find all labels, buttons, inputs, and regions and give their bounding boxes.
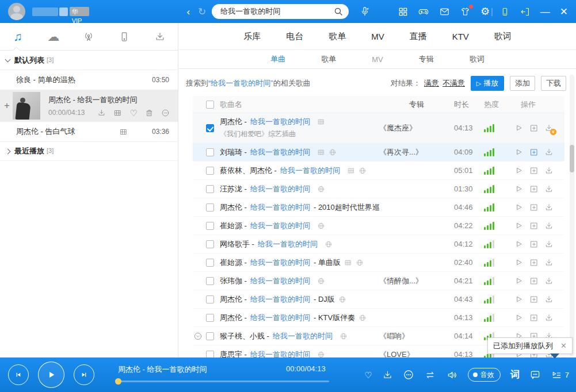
tab-mv[interactable]: MV [372,55,383,64]
artist-name[interactable]: 周杰伦 - [220,313,247,323]
mv-icon[interactable] [317,148,325,156]
row-download-icon[interactable]: ¥ [544,313,554,322]
song-name-link[interactable]: 给我一首歌的时间 [250,276,310,286]
row-add-icon[interactable] [529,221,539,230]
tab-device-icon[interactable] [106,23,142,50]
song-name-link[interactable]: 给我一首歌的时间 [250,294,310,305]
row-play-icon[interactable] [514,202,524,212]
table-row[interactable]: 崔始源 - 给我一首歌的时间 04:22 ¥ [193,217,564,235]
artist-name[interactable]: 刘瑞琦 - [220,147,247,157]
progress-knob[interactable] [115,378,121,385]
nav-library[interactable]: 乐库 [243,31,261,42]
scrollbar-thumb[interactable] [570,145,574,172]
table-row[interactable]: 崔始源 - 给我一首歌的时间 - 单曲版 02:40 ¥ [193,253,564,272]
tab-singles[interactable]: 单曲 [270,54,285,64]
artist-name[interactable]: 网络歌手 - [220,239,254,249]
add-button[interactable]: 添加 [510,76,535,91]
song-name-link[interactable]: 给我一首歌的时间 [250,313,310,323]
user-avatar[interactable] [8,3,25,20]
feedback-satisfied-link[interactable]: 满意 [424,78,439,89]
row-checkbox[interactable] [206,240,214,248]
album-name[interactable]: 《再次寻...》 [379,147,454,157]
song-name-link[interactable]: 给我一首歌的时间 [258,239,318,249]
volume-icon[interactable] [446,369,458,381]
mini-mode-icon[interactable] [520,6,531,17]
tab-local-music-icon[interactable]: ♫ [0,23,36,50]
tab-lyrics[interactable]: 歌词 [470,54,485,64]
mv-icon[interactable] [119,128,128,136]
favorite-heart-icon[interactable]: ♡ [129,109,137,117]
row-add-icon[interactable] [529,203,539,212]
row-add-icon[interactable] [529,276,539,286]
row-checkbox[interactable] [206,351,214,358]
song-name-link[interactable]: 给我一首歌的时间 [250,184,310,194]
play-queue-button[interactable]: 7 [551,369,569,381]
artist-name[interactable]: 崔始源 - [220,221,247,231]
minimize-icon[interactable]: — [540,7,550,17]
row-play-icon[interactable] [514,166,524,175]
table-row[interactable]: 刘瑞琦 - 给我一首歌的时间 《再次寻...》 04:09 ¥ [193,143,564,162]
table-row[interactable]: 周杰伦 - 给我一首歌的时间 - 2010超时代世界巡... 04:46 ¥ [193,198,564,217]
row-add-icon[interactable] [529,124,539,133]
row-play-icon[interactable] [514,239,524,249]
song-name-link[interactable]: 给我一首歌的时间 [280,166,340,176]
tab-radio-icon[interactable] [71,23,107,50]
settings-gear-icon[interactable]: ⚙ [480,6,490,17]
album-name[interactable]: 《唱响》 [379,331,454,341]
mv-icon[interactable] [113,109,122,117]
more-options-icon[interactable] [403,369,414,381]
table-row[interactable]: 周杰伦 - 给我一首歌的时间 - DJ版 04:43 ¥ [193,290,564,309]
row-add-icon[interactable] [529,240,539,249]
toast-close-icon[interactable]: ✕ [560,341,567,350]
tab-download-icon[interactable] [142,23,178,50]
artist-name[interactable]: 汪苏泷 - [220,184,247,194]
row-checkbox[interactable] [206,148,214,156]
song-name-link[interactable]: 给我一首歌的时间 [250,349,310,358]
tab-cloud-icon[interactable]: ☁ [36,23,71,50]
tab-playlists[interactable]: 歌单 [321,54,336,64]
progress-bar[interactable] [118,381,329,382]
song-name-link[interactable]: 给我一首歌的时间 [250,147,310,157]
row-checkbox[interactable] [206,332,214,340]
album-name[interactable]: 《情醉伽...》 [379,276,454,286]
row-download-icon[interactable]: ¥ [544,221,554,230]
song-name-link[interactable]: 给我一首歌的时间 [250,258,310,268]
row-add-icon[interactable] [529,258,539,267]
song-name-link[interactable]: 给我一首歌的时间 [273,331,333,341]
row-play-icon[interactable] [514,184,524,194]
nav-mv[interactable]: MV [371,32,384,41]
table-row[interactable]: 汪苏泷 - 给我一首歌的时间 01:30 ¥ [193,180,564,198]
row-download-icon[interactable]: ¥ [544,124,554,133]
sidebar-track-1[interactable]: 徐良 - 简单的温热 03:50 [0,70,178,90]
artist-name[interactable]: 唐思宇 - [220,349,247,358]
row-download-icon[interactable]: ¥ [544,276,554,286]
back-icon[interactable]: ‹ [184,7,192,17]
row-checkbox[interactable] [206,167,214,175]
row-download-icon[interactable]: ¥ [544,166,554,175]
row-play-icon[interactable] [514,221,524,230]
row-add-icon[interactable] [529,148,539,157]
album-name[interactable]: 《LOVE》 [379,349,454,358]
album-name[interactable]: 《魔杰座》 [379,123,454,133]
row-play-icon[interactable] [514,313,524,322]
artist-name[interactable]: 周杰伦 - [220,294,247,305]
row-download-icon[interactable]: ¥ [544,185,554,194]
row-checkbox[interactable] [206,222,214,230]
row-checkbox[interactable] [206,124,214,132]
nav-lyrics[interactable]: 歌词 [494,31,512,42]
vip-badge[interactable]: 华VIP [70,7,90,16]
table-row[interactable]: 张玮伽 - 给我一首歌的时间 《情醉伽...》 04:21 ¥ [193,272,564,290]
tab-albums[interactable]: 专辑 [419,54,434,64]
now-playing-title[interactable]: 周杰伦 - 给我一首歌的时间 [118,364,207,375]
sidebar-now-playing[interactable]: + 周杰伦 - 给我一首歌的时间 00:00/04:13 ♡ [0,90,178,122]
row-checkbox[interactable] [206,185,214,193]
row-add-icon[interactable] [529,295,539,304]
row-checkbox[interactable] [206,277,214,285]
row-checkbox[interactable] [206,203,214,212]
row-play-icon[interactable] [514,276,524,286]
nav-live[interactable]: 直播 [410,31,427,42]
row-download-icon[interactable]: ¥ [544,203,554,212]
game-controller-icon[interactable] [418,6,429,17]
mail-icon[interactable] [439,6,450,17]
download-icon[interactable] [382,370,393,381]
